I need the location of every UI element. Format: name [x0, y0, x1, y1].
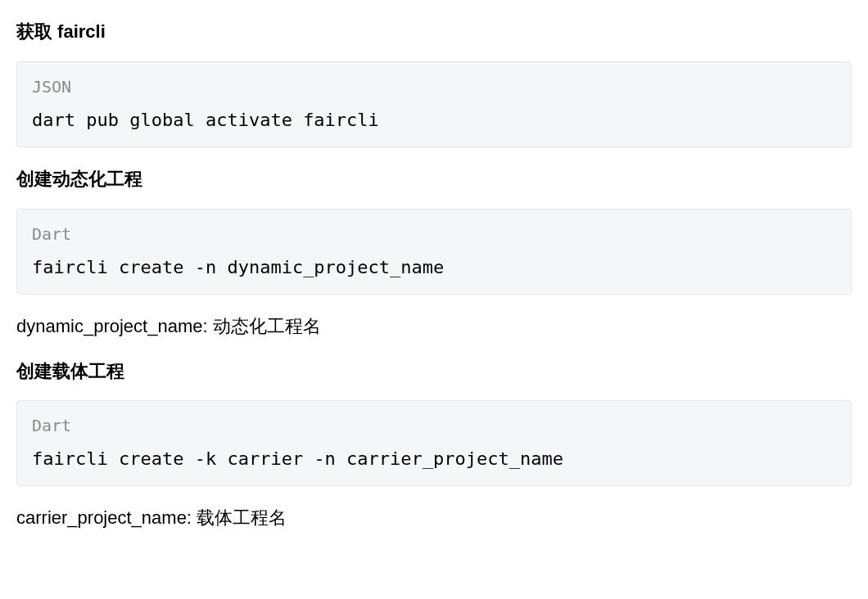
section-heading-create-carrier: 创建载体工程 [16, 359, 852, 385]
code-content: faircli create -n dynamic_project_name [32, 257, 444, 277]
code-block-create-carrier: Dart faircli create -k carrier -n carrie… [16, 400, 852, 486]
code-block-create-dynamic: Dart faircli create -n dynamic_project_n… [16, 209, 852, 295]
description-dynamic: dynamic_project_name: 动态化工程名 [16, 313, 852, 340]
section-heading-get-faircli: 获取 faircli [16, 20, 852, 45]
description-carrier: carrier_project_name: 载体工程名 [16, 504, 852, 531]
code-lang-label: Dart [32, 224, 836, 244]
section-heading-create-dynamic: 创建动态化工程 [16, 167, 852, 192]
code-block-get-faircli: JSON dart pub global activate faircli [16, 61, 852, 147]
code-content: faircli create -k carrier -n carrier_pro… [32, 448, 563, 469]
code-lang-label: JSON [32, 77, 836, 97]
code-lang-label: Dart [32, 416, 836, 435]
code-content: dart pub global activate faircli [32, 110, 379, 130]
